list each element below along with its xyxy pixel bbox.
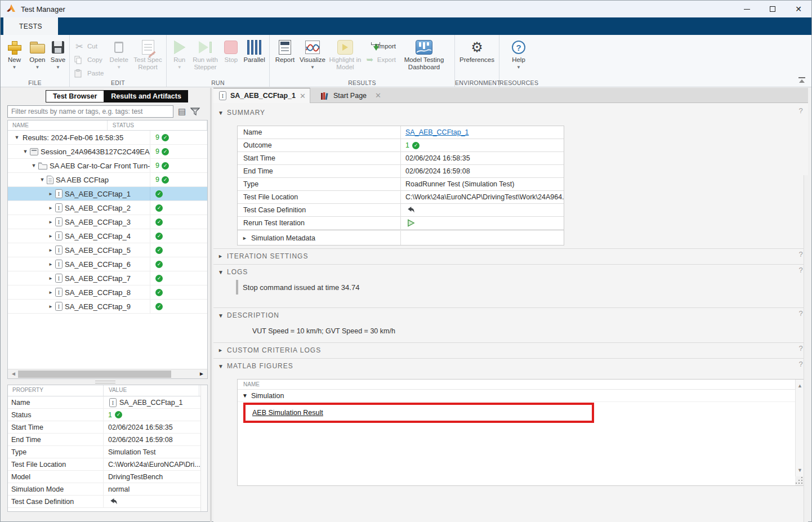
funnel-icon[interactable] <box>190 107 200 116</box>
prop-scrollbar-track[interactable] <box>200 385 207 511</box>
tree-row[interactable]: ►ISA_AEB_CCFtap_8✓ <box>8 285 207 300</box>
tree-row[interactable]: ▼Session_24A9643B127C2C49EA9✓ <box>8 145 207 159</box>
rerun-play-icon[interactable] <box>407 218 415 227</box>
expand-arrow-icon[interactable]: ► <box>47 191 54 197</box>
import-button[interactable]: Import <box>363 39 398 53</box>
tab-results-and-artifacts[interactable]: Results and Artifacts <box>104 90 188 102</box>
collapse-arrow-icon[interactable]: ▼ <box>39 177 46 182</box>
filter-input[interactable] <box>7 105 173 118</box>
filter-list-icon[interactable]: ▤ <box>178 106 186 117</box>
tree-row[interactable]: ►ISA_AEB_CCFtap_6✓ <box>8 257 207 271</box>
doc-tab-start-page[interactable]: Start Page ✕ <box>315 88 387 103</box>
scroll-up-icon[interactable]: ▲ <box>797 383 802 389</box>
run-with-stepper-button[interactable]: Run with Stepper <box>190 37 220 78</box>
scrollbar-thumb[interactable] <box>18 371 171 378</box>
tree-row[interactable]: ►ISA_AEB_CCFtap_7✓ <box>8 271 207 285</box>
summary-label: Test File Location <box>238 191 401 203</box>
expand-arrow-icon[interactable]: ► <box>47 248 54 253</box>
parallel-button[interactable]: Parallel <box>242 37 267 78</box>
scroll-down-icon[interactable]: ▼ <box>797 467 802 473</box>
tree-row[interactable]: ►ISA_AEB_CCFtap_5✓ <box>8 243 207 257</box>
copy-button[interactable]: Copy <box>72 53 106 66</box>
help-button[interactable]: ? Help▼ <box>502 37 536 78</box>
tree-row[interactable]: ▼Results: 2024-Feb-06 16:58:359✓ <box>8 131 207 145</box>
expand-arrow-icon[interactable]: ► <box>47 290 54 295</box>
property-row: Test Case Definition <box>8 496 207 508</box>
section-custom-criteria-header[interactable]: ► CUSTOM CRITERIA LOGS <box>218 344 321 356</box>
test-case-link[interactable]: SA_AEB_CCFtap_1 <box>405 128 469 136</box>
tree-row[interactable]: ►ISA_AEB_CCFtap_1✓ <box>8 187 207 201</box>
tree-row[interactable]: ►ISA_AEB_CCFtap_4✓ <box>8 229 207 243</box>
section-matlab-figures-header[interactable]: ▼ MATLAB FIGURES <box>218 360 293 372</box>
maximize-button[interactable] <box>760 1 786 17</box>
close-tab-icon[interactable]: ✕ <box>300 92 306 100</box>
tree-row[interactable]: ▼SA AEB Car-to-Car Front Turn-9✓ <box>8 159 207 173</box>
expand-arrow-icon[interactable]: ► <box>47 234 54 239</box>
aeb-simulation-result-link[interactable]: AEB Simulation Result <box>252 409 323 417</box>
test-spec-report-icon <box>142 40 154 55</box>
cut-button[interactable]: ✂Cut <box>72 39 106 53</box>
expand-arrow-icon[interactable]: ► <box>47 206 54 211</box>
figures-group-simulation[interactable]: ▼ Simulation <box>238 390 804 402</box>
tree-item-label: SA AEB CCFtap <box>56 176 109 184</box>
expand-arrow-icon[interactable]: ► <box>47 220 54 225</box>
collapse-arrow-icon[interactable]: ▼ <box>14 135 20 140</box>
collapse-arrow-icon[interactable]: ▼ <box>22 149 29 154</box>
new-button[interactable]: New▼ <box>3 37 26 78</box>
main-splitter[interactable] <box>210 88 212 522</box>
preferences-button[interactable]: ⚙ Preferences <box>457 37 497 78</box>
tree-row[interactable]: ►ISA_AEB_CCFtap_2✓ <box>8 201 207 215</box>
property-value: normal <box>104 485 207 493</box>
paste-button[interactable]: Paste <box>72 66 106 80</box>
section-logs-header[interactable]: ▼ LOGS <box>218 266 248 278</box>
open-button[interactable]: Open▼ <box>26 37 49 78</box>
test-spec-report-button[interactable]: Test Spec Report <box>132 37 164 78</box>
expand-arrow-icon[interactable]: ► <box>47 276 54 281</box>
ribbon-tab-strip: TESTS <box>1 17 811 35</box>
section-description-header[interactable]: ▼ DESCRIPTION <box>218 309 279 322</box>
scroll-right-icon[interactable]: ► <box>199 371 204 377</box>
close-button[interactable]: ✕ <box>786 1 811 17</box>
tab-tests[interactable]: TESTS <box>3 17 58 35</box>
property-value: Simulation Test <box>104 448 207 456</box>
property-row: TypeSimulation Test <box>8 446 207 458</box>
model-testing-dashboard-button[interactable]: Model Testing Dashboard <box>398 37 450 78</box>
help-summary-icon[interactable]: ? <box>797 106 805 115</box>
tree-row[interactable]: ▼SA AEB CCFtap9✓ <box>8 173 207 187</box>
maximize-icon <box>770 6 775 12</box>
close-tab-icon[interactable]: ✕ <box>375 91 381 100</box>
property-label: Model <box>8 471 104 483</box>
resize-grip[interactable] <box>795 476 804 485</box>
minimize-button[interactable] <box>734 1 760 17</box>
section-summary-header[interactable]: ▼ SUMMARY <box>218 106 265 119</box>
simulation-metadata-row[interactable]: ►Simulation Metadata <box>238 230 564 245</box>
main-vertical-scrollbar[interactable] <box>804 175 808 522</box>
delete-button[interactable]: Delete▼ <box>106 37 132 78</box>
stop-button[interactable]: Stop <box>221 37 242 78</box>
highlight-in-model-button[interactable]: Highlight in Model <box>327 37 363 78</box>
goto-icon[interactable] <box>109 498 118 506</box>
tree-row[interactable]: ►ISA_AEB_CCFtap_3✓ <box>8 215 207 229</box>
export-button[interactable]: ➥Export <box>363 53 398 66</box>
save-button[interactable]: Save▼ <box>49 37 67 78</box>
property-panel: PROPERTY VALUE NameISA_AEB_CCFtap_1Statu… <box>7 385 208 512</box>
doc-tab-test-result[interactable]: I SA_AEB_CCFtap_1 ✕ <box>213 88 310 103</box>
tab-test-browser[interactable]: Test Browser <box>46 90 104 102</box>
tree-item-label: SA_AEB_CCFtap_1 <box>65 190 131 198</box>
pass-icon: ✓ <box>155 190 163 198</box>
scroll-left-icon[interactable]: ◄ <box>11 371 16 377</box>
tree-row[interactable]: ►ISA_AEB_CCFtap_9✓ <box>8 300 207 314</box>
figures-vertical-scrollbar[interactable]: ▲ ▼ <box>795 380 804 485</box>
left-panel-splitter[interactable] <box>95 381 115 383</box>
visualize-button[interactable]: Visualize▼ <box>298 37 327 78</box>
goto-icon[interactable] <box>407 206 415 214</box>
expand-arrow-icon[interactable]: ► <box>47 304 54 309</box>
section-iteration-header[interactable]: ► ITERATION SETTINGS <box>218 250 308 262</box>
report-button[interactable]: Report <box>272 37 298 78</box>
tree-horizontal-scrollbar[interactable]: ◄ ► <box>8 369 207 378</box>
collapse-ribbon-button[interactable] <box>798 77 806 84</box>
run-button[interactable]: Run▼ <box>169 37 190 78</box>
collapse-arrow-icon[interactable]: ▼ <box>30 163 37 168</box>
expand-arrow-icon[interactable]: ► <box>47 262 54 267</box>
divider <box>213 358 804 359</box>
